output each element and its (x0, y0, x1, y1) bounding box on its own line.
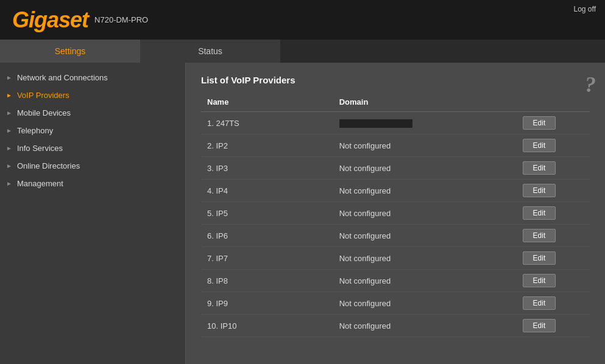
edit-button-ip7[interactable]: Edit (523, 251, 556, 265)
sidebar-label-network: Network and Connections (17, 73, 108, 82)
arrow-icon-mobile: ► (6, 110, 12, 116)
table-row: 3. IP3Not configuredEdit (201, 157, 590, 180)
edit-button-ip5[interactable]: Edit (523, 206, 556, 220)
edit-button-247ts[interactable]: Edit (523, 116, 556, 130)
main-layout: ► Network and Connections ► VoIP Provide… (0, 63, 605, 364)
providers-table-body: 1. 247TSEdit2. IP2Not configuredEdit3. I… (201, 112, 590, 337)
tab-status[interactable]: Status (140, 40, 280, 63)
provider-domain-cell: Not configured (333, 247, 517, 270)
edit-button-ip6[interactable]: Edit (523, 229, 556, 242)
edit-button-ip3[interactable]: Edit (523, 161, 556, 175)
table-row: 2. IP2Not configuredEdit (201, 135, 590, 157)
provider-domain-cell: Not configured (333, 292, 517, 315)
tab-spacer (280, 40, 605, 63)
header: Gigaset N720-DM-PRO Log off (0, 0, 605, 40)
page-title: List of VoIP Providers (201, 75, 590, 85)
provider-action-cell: Edit (517, 315, 590, 337)
edit-button-ip10[interactable]: Edit (523, 319, 556, 332)
arrow-icon-voip: ► (6, 92, 12, 99)
provider-action-cell: Edit (517, 135, 590, 157)
table-row: 4. IP4Not configuredEdit (201, 180, 590, 202)
provider-action-cell: Edit (517, 202, 590, 225)
edit-button-ip8[interactable]: Edit (523, 274, 556, 287)
sidebar-item-network[interactable]: ► Network and Connections (0, 69, 185, 86)
arrow-icon-network: ► (6, 74, 12, 81)
table-row: 1. 247TSEdit (201, 112, 590, 135)
provider-name-cell: 9. IP9 (201, 292, 333, 315)
sidebar-item-telephony[interactable]: ► Telephony (0, 122, 185, 139)
provider-action-cell: Edit (517, 157, 590, 180)
provider-action-cell: Edit (517, 247, 590, 270)
arrow-icon-online: ► (6, 163, 12, 169)
sidebar-label-voip: VoIP Providers (17, 91, 69, 100)
logo-gigaset: Gigaset (12, 7, 88, 33)
sidebar-item-info[interactable]: ► Info Services (0, 139, 185, 157)
provider-domain-cell: Not configured (333, 315, 517, 337)
provider-name-cell: 8. IP8 (201, 270, 333, 292)
sidebar-item-management[interactable]: ► Management (0, 175, 185, 192)
edit-button-ip4[interactable]: Edit (523, 184, 556, 197)
sidebar: ► Network and Connections ► VoIP Provide… (0, 63, 186, 364)
sidebar-item-mobile[interactable]: ► Mobile Devices (0, 104, 185, 122)
provider-name-cell: 1. 247TS (201, 112, 333, 135)
sidebar-label-online: Online Directories (17, 161, 80, 170)
sidebar-label-telephony: Telephony (17, 126, 53, 135)
col-header-domain: Domain (333, 94, 517, 112)
col-header-action (517, 94, 590, 112)
logoff-button[interactable]: Log off (574, 5, 596, 13)
sidebar-label-management: Management (17, 179, 63, 188)
provider-name-cell: 10. IP10 (201, 315, 333, 337)
table-row: 10. IP10Not configuredEdit (201, 315, 590, 337)
provider-action-cell: Edit (517, 270, 590, 292)
tabbar: Settings Status (0, 40, 605, 63)
help-icon[interactable]: ? (585, 72, 596, 97)
col-header-name: Name (201, 94, 333, 112)
model-label: N720-DM-PRO (94, 15, 148, 24)
provider-name-cell: 2. IP2 (201, 135, 333, 157)
provider-domain-cell: Not configured (333, 157, 517, 180)
provider-name-cell: 5. IP5 (201, 202, 333, 225)
provider-name-cell: 6. IP6 (201, 225, 333, 247)
provider-name-cell: 4. IP4 (201, 180, 333, 202)
arrow-icon-info: ► (6, 145, 12, 152)
provider-domain-cell: Not configured (333, 225, 517, 247)
provider-name-cell: 7. IP7 (201, 247, 333, 270)
tab-settings[interactable]: Settings (0, 40, 140, 63)
arrow-icon-telephony: ► (6, 127, 12, 134)
sidebar-label-mobile: Mobile Devices (17, 108, 71, 117)
table-row: 7. IP7Not configuredEdit (201, 247, 590, 270)
table-row: 8. IP8Not configuredEdit (201, 270, 590, 292)
table-row: 6. IP6Not configuredEdit (201, 225, 590, 247)
provider-action-cell: Edit (517, 225, 590, 247)
provider-domain-cell: Not configured (333, 270, 517, 292)
sidebar-label-info: Info Services (17, 144, 63, 153)
provider-action-cell: Edit (517, 112, 590, 135)
provider-name-cell: 3. IP3 (201, 157, 333, 180)
redacted-domain (339, 119, 412, 128)
provider-action-cell: Edit (517, 180, 590, 202)
arrow-icon-management: ► (6, 180, 12, 187)
edit-button-ip2[interactable]: Edit (523, 139, 556, 152)
provider-domain-cell: Not configured (333, 180, 517, 202)
provider-domain-cell: Not configured (333, 135, 517, 157)
edit-button-ip9[interactable]: Edit (523, 296, 556, 310)
providers-table: Name Domain 1. 247TSEdit2. IP2Not config… (201, 94, 590, 337)
content-area: List of VoIP Providers ? Name Domain 1. … (186, 63, 605, 364)
sidebar-item-online[interactable]: ► Online Directories (0, 157, 185, 175)
provider-domain-cell: Not configured (333, 202, 517, 225)
table-row: 5. IP5Not configuredEdit (201, 202, 590, 225)
provider-action-cell: Edit (517, 292, 590, 315)
table-row: 9. IP9Not configuredEdit (201, 292, 590, 315)
sidebar-item-voip[interactable]: ► VoIP Providers (0, 86, 185, 104)
provider-domain-cell (333, 112, 517, 135)
